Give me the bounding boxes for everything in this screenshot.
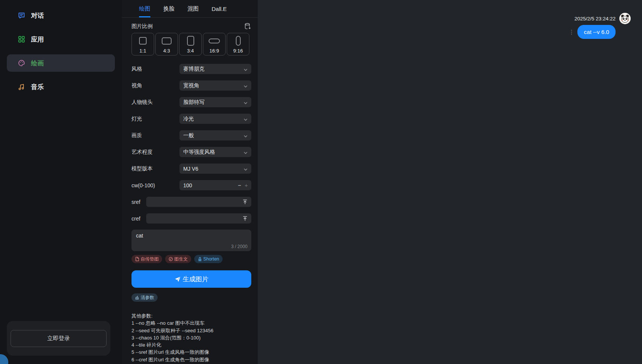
chevron-down-icon [243, 117, 248, 121]
apps-icon [18, 35, 25, 43]
chevron-down-icon [243, 83, 248, 88]
tab-faceswap[interactable]: 换脸 [163, 0, 175, 17]
clear-params-tag[interactable]: 清参数 [131, 293, 158, 302]
sidebar-item-apps[interactable]: 应用 [7, 31, 115, 48]
ratio-3-4-icon [179, 33, 201, 48]
quality-select[interactable]: 一般 [179, 130, 251, 140]
field-row-model: 模型版本 MJ V6 [131, 163, 251, 174]
broom-icon [135, 295, 139, 300]
character-shot-select[interactable]: 脸部特写 [179, 97, 251, 107]
user-message-bubble: cat --v 6.0 [577, 25, 616, 39]
stamp-icon [198, 257, 202, 261]
chevron-down-icon [243, 133, 248, 138]
help-line: 4 --tile 碎片化 [131, 341, 251, 349]
cref-field [146, 213, 251, 224]
music-icon [18, 83, 25, 91]
ratio-option-9-16[interactable]: 9:16 [227, 33, 249, 56]
tag-shorten[interactable]: Shorten [194, 255, 223, 263]
help-line: 3 --chaos 10 混合(范围：0-100) [131, 334, 251, 341]
art-level-select[interactable]: 中等强度风格 [179, 147, 251, 157]
message-more-icon[interactable]: ⋮ [569, 29, 574, 35]
tab-draw[interactable]: 绘图 [139, 0, 150, 17]
sidebar-item-label: 音乐 [31, 83, 44, 91]
tabbar: 绘图 换脸 混图 Dall.E [122, 0, 258, 18]
sref-input[interactable] [150, 199, 242, 205]
message-row: ⋮ cat --v 6.0 [258, 25, 631, 39]
style-select[interactable]: 赛博朋克 [179, 64, 251, 74]
message-meta: 2025/2/5 23:24:22 [258, 13, 631, 24]
sidebar: 对话 应用 绘画 [0, 0, 122, 364]
prompt-box: cat 3 / 2000 [131, 230, 251, 251]
login-card: 立即登录 [7, 321, 110, 356]
login-button[interactable]: 立即登录 [11, 330, 107, 347]
help-line: 2 --seed 可先获取种子 --seed 123456 [131, 327, 251, 334]
help-line: 6 --cref 图片url 生成角色一致的图像 [131, 356, 251, 363]
ratio-1-1-icon [132, 33, 154, 48]
help-line: 5 --sref 图片url 生成风格一致的图像 [131, 349, 251, 356]
ratio-section-label: 图片比例 [131, 23, 153, 30]
message-timestamp: 2025/2/5 23:24:22 [574, 16, 616, 22]
prompt-tags: 自传垫图 图生文 Shorten [131, 255, 251, 263]
document-icon [135, 257, 139, 261]
generate-image-button[interactable]: 生成图片 [131, 270, 251, 288]
cw-stepper: − + [179, 180, 251, 190]
sidebar-item-label: 绘画 [31, 59, 44, 68]
ratio-option-16-9[interactable]: 16:9 [203, 33, 226, 56]
field-row-lighting: 灯光 冷光 [131, 114, 251, 124]
tab-miximage[interactable]: 混图 [187, 0, 199, 17]
ratio-option-3-4[interactable]: 3:4 [179, 33, 202, 56]
field-row-style: 风格 赛博朋克 [131, 64, 251, 74]
ratio-option-4-3[interactable]: 4:3 [155, 33, 178, 56]
tag-image-to-text[interactable]: 图生文 [165, 255, 191, 263]
preset-load-icon[interactable] [244, 23, 251, 30]
chat-area: 2025/2/5 23:24:22 ⋮ cat - [258, 0, 642, 364]
other-params-help: 其他参数: 1 --no 忽略 --no car 图中不出现车 2 --seed… [131, 312, 251, 363]
char-counter: 3 / 2000 [231, 244, 248, 249]
lighting-select[interactable]: 冷光 [179, 114, 251, 124]
sref-field [146, 197, 251, 207]
field-row-cref: cref [131, 213, 251, 224]
view-angle-select[interactable]: 宽视角 [179, 80, 251, 91]
cref-input[interactable] [150, 216, 242, 222]
field-row-quality: 画质 一般 [131, 130, 251, 140]
ratio-section-header: 图片比例 [131, 23, 251, 30]
ratio-9-16-icon [227, 33, 249, 48]
sidebar-item-label: 应用 [31, 35, 44, 44]
help-title: 其他参数: [131, 312, 251, 319]
sidebar-item-draw[interactable]: 绘画 [7, 54, 115, 72]
tag-base-image[interactable]: 自传垫图 [131, 255, 162, 263]
ratio-4-3-icon [156, 33, 178, 48]
ratio-option-1-1[interactable]: 1:1 [131, 33, 154, 56]
user-avatar [619, 13, 631, 24]
sidebar-item-music[interactable]: 音乐 [7, 78, 115, 96]
draw-parameters-panel: 绘图 换脸 混图 Dall.E 图片比例 1:1 [122, 0, 258, 364]
minus-button[interactable]: − [236, 182, 243, 188]
help-line: 1 --no 忽略 --no car 图中不出现车 [131, 319, 251, 327]
plus-button[interactable]: + [243, 182, 248, 188]
chevron-down-icon [243, 100, 248, 105]
ratio-options: 1:1 4:3 3:4 16:9 9:16 [131, 33, 251, 56]
app-window: 对话 应用 绘画 [0, 0, 642, 364]
palette-icon [18, 59, 25, 67]
clear-row: 清参数 [131, 293, 251, 302]
tab-dalle[interactable]: Dall.E [212, 0, 227, 17]
sidebar-item-chat[interactable]: 对话 [7, 7, 115, 24]
chevron-down-icon [243, 167, 248, 171]
model-version-select[interactable]: MJ V6 [179, 163, 251, 174]
upload-icon[interactable] [242, 216, 248, 221]
field-row-viewangle: 视角 宽视角 [131, 80, 251, 91]
cw-input[interactable] [183, 182, 236, 188]
pen-circle-icon [169, 257, 173, 261]
field-row-cw: cw(0-100) − + [131, 180, 251, 190]
sidebar-item-label: 对话 [31, 11, 44, 20]
field-row-sref: sref [131, 197, 251, 207]
field-row-artlevel: 艺术程度 中等强度风格 [131, 147, 251, 157]
floating-helper-button[interactable] [0, 354, 8, 364]
send-icon [175, 276, 181, 282]
chat-icon [18, 12, 25, 19]
ratio-16-9-icon [203, 33, 225, 48]
field-row-shot: 人物镜头 脸部特写 [131, 97, 251, 107]
chevron-down-icon [243, 67, 248, 71]
upload-icon[interactable] [242, 199, 248, 205]
chevron-down-icon [243, 150, 248, 154]
